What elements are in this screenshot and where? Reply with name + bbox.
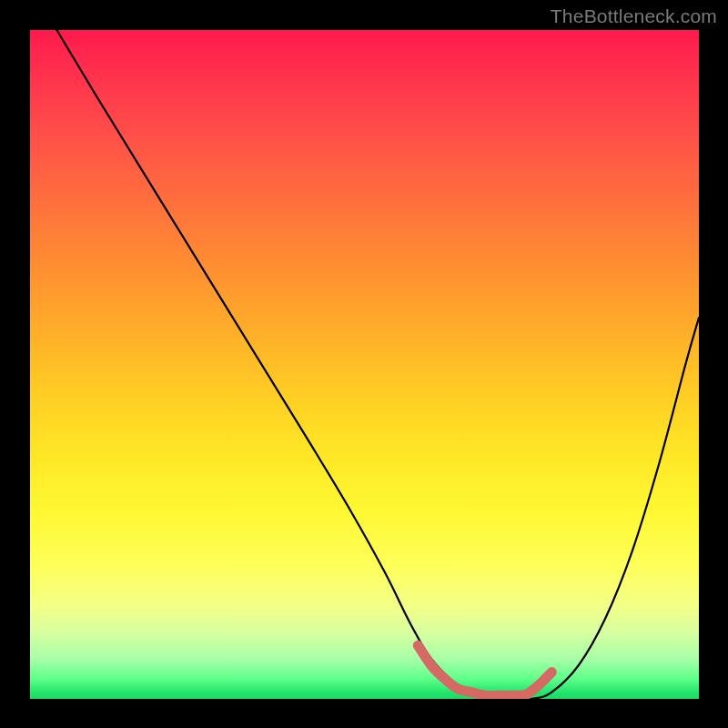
- plot-area: [30, 30, 699, 699]
- chart-svg: [30, 30, 699, 699]
- optimal-range-path: [418, 645, 551, 695]
- bottleneck-curve-path: [56, 30, 699, 699]
- watermark-text: TheBottleneck.com: [551, 5, 717, 27]
- chart-frame: TheBottleneck.com: [0, 0, 728, 728]
